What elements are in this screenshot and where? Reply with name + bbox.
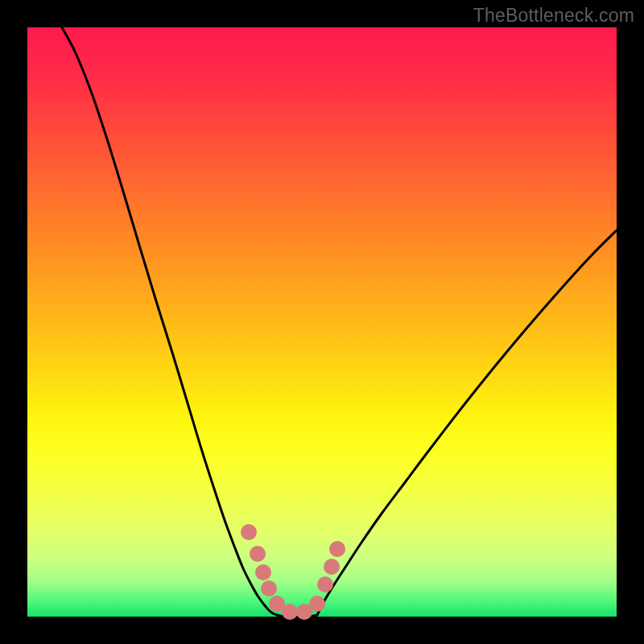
highlight-dot [329, 541, 345, 557]
highlight-dot [324, 559, 340, 575]
curves-svg [27, 27, 617, 617]
highlight-dot [241, 524, 257, 540]
highlight-dot [309, 596, 325, 612]
highlight-dot [317, 576, 333, 592]
curve-right [317, 230, 617, 615]
highlight-dot [255, 564, 271, 580]
plot-area [27, 27, 617, 617]
chart-frame: TheBottleneck.com [0, 0, 644, 644]
watermark-text: TheBottleneck.com [473, 5, 634, 27]
highlight-dot [282, 604, 298, 620]
highlight-dot [250, 546, 266, 562]
highlight-dot [261, 580, 277, 597]
